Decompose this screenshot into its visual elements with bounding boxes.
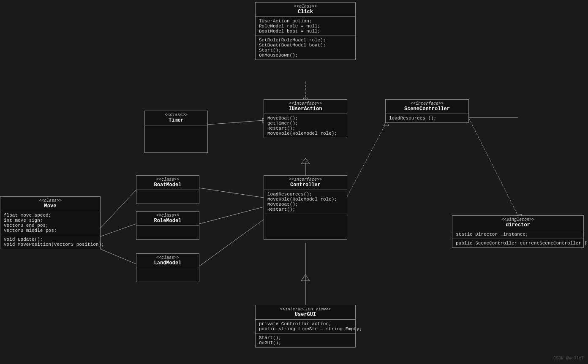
- landmodel-box: <<class>> LandModel: [136, 253, 199, 282]
- scenecontroller-header: <<interface>> SceneController: [386, 100, 468, 114]
- rolemodel-stereotype: <<class>>: [140, 213, 196, 218]
- usergui-section-1: private Controllor action;public string …: [256, 320, 355, 334]
- landmodel-empty: [136, 268, 199, 282]
- click-stereotype: <<class>>: [259, 4, 352, 9]
- controller-stereotype: <<Interface>>: [267, 177, 343, 182]
- svg-marker-3: [301, 158, 310, 164]
- usergui-name: UserGUI: [259, 312, 352, 318]
- usergui-section-2: Start();OnGUI();: [256, 334, 355, 347]
- scenecontroller-stereotype: <<interface>>: [389, 101, 465, 106]
- landmodel-header: <<class>> LandModel: [136, 254, 199, 268]
- svg-line-15: [199, 207, 264, 224]
- move-stereotype: <<class>>: [4, 198, 97, 203]
- svg-line-6: [347, 125, 385, 196]
- svg-line-16: [199, 220, 264, 266]
- boatmodel-stereotype: <<class>>: [140, 177, 196, 182]
- click-section-2: SetRole(RoleModel role);SetBoat(BoatMode…: [256, 36, 355, 60]
- rolemodel-name: RoleModel: [140, 218, 196, 224]
- move-section-2: void Update();void MovePosition(Vector3 …: [0, 235, 100, 249]
- usergui-stereotype: <<interaction view>>: [259, 307, 352, 312]
- watermark: CSDN @We3le7: [553, 356, 584, 361]
- iuseraction-box: <<interface>> IUserAction MoveBoat();get…: [264, 99, 347, 138]
- svg-line-13: [199, 188, 264, 198]
- director-box: <<Singleton>> director static Director _…: [452, 215, 584, 248]
- move-box: <<class>> Move float move_speed;int move…: [0, 196, 101, 249]
- move-name: Move: [4, 203, 97, 209]
- controller-empty: [264, 214, 347, 239]
- landmodel-stereotype: <<class>>: [140, 255, 196, 260]
- boatmodel-box: <<class>> BoatModel: [136, 175, 199, 204]
- scenecontroller-section-1: loadResources ();: [386, 114, 468, 122]
- controller-header: <<Interface>> Controller: [264, 176, 347, 190]
- timer-header: <<class>> Timer: [145, 111, 207, 125]
- click-name: Click: [259, 9, 352, 15]
- svg-line-8: [469, 118, 518, 215]
- controller-box: <<Interface>> Controller loadResources()…: [264, 175, 347, 240]
- iuseraction-name: IUserAction: [267, 106, 343, 112]
- director-name: director: [456, 222, 580, 228]
- director-section-2: public SceneController currentSceneContr…: [452, 239, 583, 247]
- timer-stereotype: <<class>>: [148, 113, 204, 117]
- controller-section-1: loadResources();MoveRole(RoleModel role)…: [264, 190, 347, 214]
- iuseraction-section-1: MoveBoat();getTimer();Restart();MoveRole…: [264, 114, 347, 138]
- rolemodel-header: <<class>> RoleModel: [136, 212, 199, 226]
- timer-empty-1: [145, 125, 207, 139]
- rolemodel-empty: [136, 226, 199, 239]
- diagram-container: <<class>> Click IUserAction action;RoleM…: [0, 0, 588, 364]
- controller-name: Controller: [267, 182, 343, 188]
- scenecontroller-box: <<interface>> SceneController loadResour…: [385, 99, 469, 123]
- svg-line-4: [208, 120, 264, 125]
- iuseraction-stereotype: <<interface>>: [267, 101, 343, 106]
- svg-line-11: [101, 224, 136, 236]
- boatmodel-name: BoatModel: [140, 182, 196, 188]
- scenecontroller-name: SceneController: [389, 106, 465, 112]
- landmodel-name: LandModel: [140, 260, 196, 266]
- timer-empty-2: [145, 139, 207, 152]
- svg-marker-18: [301, 274, 310, 281]
- move-header: <<class>> Move: [0, 197, 100, 211]
- usergui-box: <<interaction view>> UserGUI private Con…: [255, 305, 356, 348]
- rolemodel-box: <<class>> RoleModel: [136, 211, 199, 240]
- click-section-1: IUserAction action;RoleModel role = null…: [256, 17, 355, 36]
- timer-box: <<class>> Timer: [144, 111, 208, 153]
- click-header: <<class>> Click: [256, 3, 355, 17]
- svg-line-12: [101, 249, 136, 264]
- director-header: <<Singleton>> director: [452, 216, 583, 230]
- boatmodel-empty: [136, 190, 199, 204]
- timer-name: Timer: [148, 117, 204, 123]
- director-stereotype: <<Singleton>>: [456, 217, 580, 222]
- click-box: <<class>> Click IUserAction action;RoleM…: [255, 2, 356, 60]
- boatmodel-header: <<class>> BoatModel: [136, 176, 199, 190]
- move-section-1: float move_speed;int move_sign;Vector3 e…: [0, 211, 100, 235]
- usergui-header: <<interaction view>> UserGUI: [256, 305, 355, 320]
- iuseraction-header: <<interface>> IUserAction: [264, 100, 347, 114]
- svg-line-10: [101, 190, 136, 228]
- director-section-1: static Director _instance;: [452, 230, 583, 239]
